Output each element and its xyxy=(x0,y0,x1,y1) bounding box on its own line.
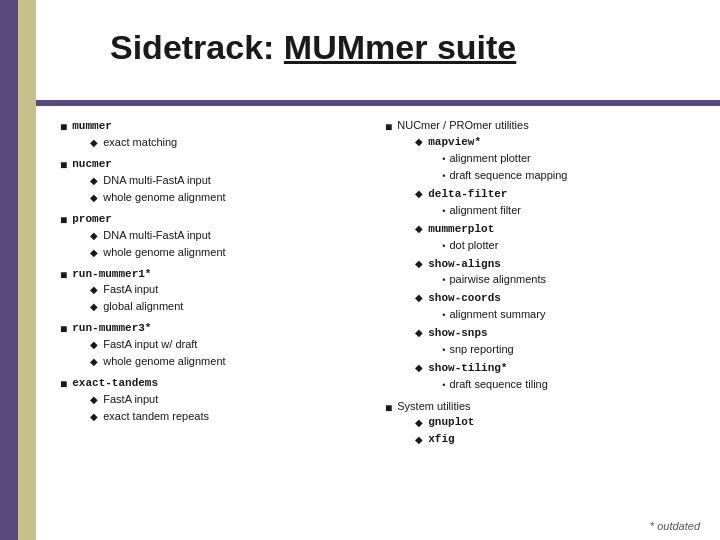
content-area: ■ mummer ◆ exact matching ■ nucmer xyxy=(60,118,700,520)
sub-item: ◆ global alignment xyxy=(90,299,183,315)
bullet-icon: ■ xyxy=(60,157,67,174)
bullet-small-icon: • xyxy=(442,170,445,183)
item-label: show-snps xyxy=(428,327,487,339)
sub-item: ◆ mummerplot • dot plotter xyxy=(415,221,567,255)
sub-sub-text: alignment plotter xyxy=(449,151,530,167)
list-item: ■ promer ◆ DNA multi-FastA input ◆ whole… xyxy=(60,211,375,264)
diamond-icon: ◆ xyxy=(415,291,423,306)
item-label: gnuplot xyxy=(428,415,474,431)
diamond-icon: ◆ xyxy=(415,416,423,431)
title-underlined: MUMmer suite xyxy=(284,28,516,66)
sub-item: ◆ show-coords • alignment summary xyxy=(415,290,567,324)
sub-sub-item: • alignment filter xyxy=(442,203,521,219)
sub-item: ◆ FastA input xyxy=(90,392,209,408)
sub-item-text: whole genome alignment xyxy=(103,245,225,261)
sub-sub-list: • pairwise alignments xyxy=(442,272,546,288)
sub-list: ◆ DNA multi-FastA input ◆ whole genome a… xyxy=(90,228,225,261)
bullet-icon: ■ xyxy=(385,400,392,417)
left-bar-light xyxy=(18,0,36,540)
sub-item: ◆ DNA multi-FastA input xyxy=(90,173,225,189)
sub-sub-item: • dot plotter xyxy=(442,238,498,254)
sub-item: ◆ FastA input xyxy=(90,282,183,298)
sub-sub-text: draft sequence tiling xyxy=(449,377,547,393)
bullet-icon: ■ xyxy=(60,321,67,338)
bullet-icon: ■ xyxy=(60,267,67,284)
sub-item: ◆ show-snps • snp reporting xyxy=(415,325,567,359)
diamond-icon: ◆ xyxy=(90,393,98,408)
sub-item: ◆ whole genome alignment xyxy=(90,354,225,370)
diamond-icon: ◆ xyxy=(90,229,98,244)
sub-item-text: FastA input xyxy=(103,282,158,298)
list-item: ■ run-mummer1* ◆ FastA input ◆ global al… xyxy=(60,266,375,319)
sub-item-text: DNA multi-FastA input xyxy=(103,173,211,189)
sub-item-text: FastA input xyxy=(103,392,158,408)
diamond-icon: ◆ xyxy=(90,283,98,298)
bullet-small-icon: • xyxy=(442,274,445,287)
item-label: xfig xyxy=(428,432,454,448)
sub-sub-list: • dot plotter xyxy=(442,238,498,254)
list-item: ■ run-mummer3* ◆ FastA input w/ draft ◆ … xyxy=(60,320,375,373)
bullet-icon: ■ xyxy=(60,376,67,393)
sub-item: ◆ delta-filter • alignment filter xyxy=(415,186,567,220)
sub-list: ◆ mapview* • alignment plotter • xyxy=(415,134,567,394)
sub-list: ◆ DNA multi-FastA input ◆ whole genome a… xyxy=(90,173,225,206)
left-bar-dark xyxy=(0,0,18,540)
sub-sub-list: • draft sequence tiling xyxy=(442,377,548,393)
sub-item: ◆ exact tandem repeats xyxy=(90,409,209,425)
item-label: mummerplot xyxy=(428,223,494,235)
sub-sub-item: • alignment summary xyxy=(442,307,545,323)
list-item: ■ exact-tandems ◆ FastA input ◆ exact ta… xyxy=(60,375,375,428)
item-label: delta-filter xyxy=(428,188,507,200)
item-label: run-mummer1* xyxy=(72,268,151,280)
sub-list: ◆ FastA input ◆ global alignment xyxy=(90,282,183,315)
sub-list: ◆ exact matching xyxy=(90,135,177,151)
left-column: ■ mummer ◆ exact matching ■ nucmer xyxy=(60,118,375,520)
sub-item-text: exact matching xyxy=(103,135,177,151)
diamond-icon: ◆ xyxy=(90,191,98,206)
title-text: Sidetrack: xyxy=(110,28,284,66)
diamond-icon: ◆ xyxy=(90,174,98,189)
diamond-icon: ◆ xyxy=(90,136,98,151)
bullet-small-icon: • xyxy=(442,205,445,218)
heading-text: NUCmer / PROmer utilities xyxy=(397,119,528,131)
sub-item: ◆ exact matching xyxy=(90,135,177,151)
item-label: promer xyxy=(72,213,112,225)
diamond-icon: ◆ xyxy=(415,361,423,376)
item-label: nucmer xyxy=(72,158,112,170)
sub-sub-item: • alignment plotter xyxy=(442,151,567,167)
sub-item: ◆ DNA multi-FastA input xyxy=(90,228,225,244)
sub-item-text: DNA multi-FastA input xyxy=(103,228,211,244)
diamond-icon: ◆ xyxy=(90,338,98,353)
diamond-icon: ◆ xyxy=(415,222,423,237)
right-column: ■ NUCmer / PROmer utilities ◆ mapview* • xyxy=(385,118,700,520)
item-label: mapview* xyxy=(428,136,481,148)
sub-item: ◆ show-aligns • pairwise alignments xyxy=(415,256,567,290)
sub-item: ◆ FastA input w/ draft xyxy=(90,337,225,353)
diamond-icon: ◆ xyxy=(415,433,423,448)
bullet-small-icon: • xyxy=(442,344,445,357)
sub-item-text: global alignment xyxy=(103,299,183,315)
bullet-small-icon: • xyxy=(442,153,445,166)
sub-sub-text: alignment summary xyxy=(449,307,545,323)
sub-sub-text: dot plotter xyxy=(449,238,498,254)
right-heading2: ■ System utilities ◆ gnuplot ◆ xfig xyxy=(385,399,700,451)
bullet-icon: ■ xyxy=(60,212,67,229)
sub-sub-list: • alignment filter xyxy=(442,203,521,219)
sub-item: ◆ mapview* • alignment plotter • xyxy=(415,134,567,185)
list-item: ■ mummer ◆ exact matching xyxy=(60,118,375,154)
sub-sub-list: • alignment summary xyxy=(442,307,545,323)
sub-sub-item: • pairwise alignments xyxy=(442,272,546,288)
sub-sub-text: snp reporting xyxy=(449,342,513,358)
diamond-icon: ◆ xyxy=(90,246,98,261)
list-item: ■ nucmer ◆ DNA multi-FastA input ◆ whole… xyxy=(60,156,375,209)
item-label: exact-tandems xyxy=(72,377,158,389)
item-label: run-mummer3* xyxy=(72,322,151,334)
bullet-small-icon: • xyxy=(442,309,445,322)
diamond-icon: ◆ xyxy=(415,135,423,150)
sub-item: ◆ gnuplot xyxy=(415,415,474,431)
sub-sub-text: draft sequence mapping xyxy=(449,168,567,184)
sub-item: ◆ whole genome alignment xyxy=(90,245,225,261)
sub-item: ◆ whole genome alignment xyxy=(90,190,225,206)
outdated-text: * outdated xyxy=(650,520,700,532)
diamond-icon: ◆ xyxy=(415,257,423,272)
